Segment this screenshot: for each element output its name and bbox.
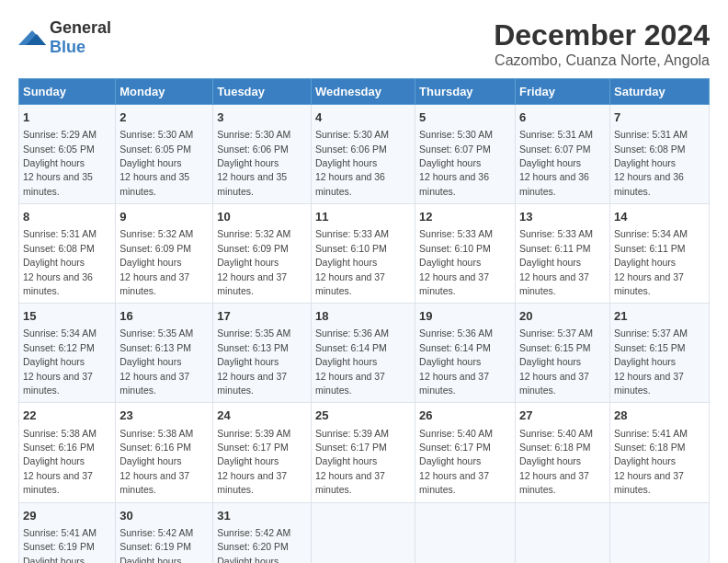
daylight-label: Daylight hours <box>519 257 581 268</box>
daylight-label: Daylight hours <box>614 157 676 168</box>
day-number: 13 <box>519 209 606 225</box>
sunset-info: Sunset: 6:11 PM <box>519 243 591 254</box>
daylight-label: Daylight hours <box>119 556 181 563</box>
calendar-cell: 14Sunrise: 5:34 AMSunset: 6:11 PMDayligh… <box>609 204 709 304</box>
daylight-label: Daylight hours <box>419 257 481 268</box>
calendar-week-row: 1Sunrise: 5:29 AMSunset: 6:05 PMDaylight… <box>19 105 710 204</box>
sunrise-info: Sunrise: 5:37 AM <box>519 327 593 339</box>
daylight-label: Daylight hours <box>23 257 85 268</box>
sunset-info: Sunset: 6:20 PM <box>217 541 289 552</box>
daylight-value: 12 hours and 36 minutes. <box>23 271 93 296</box>
calendar-cell: 3Sunrise: 5:30 AMSunset: 6:06 PMDaylight… <box>213 105 312 204</box>
sunset-info: Sunset: 6:17 PM <box>217 442 289 453</box>
calendar-cell: 29Sunrise: 5:41 AMSunset: 6:19 PMDayligh… <box>19 502 116 563</box>
daylight-value: 12 hours and 37 minutes. <box>119 470 189 495</box>
daylight-label: Daylight hours <box>217 257 279 268</box>
calendar-cell: 23Sunrise: 5:38 AMSunset: 6:16 PMDayligh… <box>116 403 213 502</box>
calendar-cell <box>609 502 709 563</box>
calendar-cell: 26Sunrise: 5:40 AMSunset: 6:17 PMDayligh… <box>415 403 516 502</box>
day-number: 4 <box>315 109 411 126</box>
sunset-info: Sunset: 6:06 PM <box>315 144 387 155</box>
daylight-value: 12 hours and 37 minutes. <box>315 470 385 495</box>
day-number: 27 <box>519 408 606 424</box>
daylight-label: Daylight hours <box>217 157 279 168</box>
sunset-info: Sunset: 6:10 PM <box>315 243 387 254</box>
daylight-value: 12 hours and 37 minutes. <box>217 470 287 495</box>
day-number: 21 <box>614 308 705 325</box>
sunrise-info: Sunrise: 5:41 AM <box>614 428 688 439</box>
sunset-info: Sunset: 6:15 PM <box>519 342 591 353</box>
sunrise-info: Sunrise: 5:33 AM <box>315 228 389 239</box>
daylight-label: Daylight hours <box>23 455 85 466</box>
day-number: 5 <box>419 109 511 126</box>
sunrise-info: Sunrise: 5:35 AM <box>217 327 290 339</box>
daylight-value: 12 hours and 36 minutes. <box>419 171 489 196</box>
daylight-value: 12 hours and 36 minutes. <box>519 171 589 196</box>
calendar-cell: 5Sunrise: 5:30 AMSunset: 6:07 PMDaylight… <box>415 105 516 204</box>
daylight-label: Daylight hours <box>23 157 85 168</box>
sunrise-info: Sunrise: 5:40 AM <box>519 428 593 439</box>
sunset-info: Sunset: 6:14 PM <box>315 342 387 353</box>
daylight-label: Daylight hours <box>23 556 85 563</box>
page-subtitle: Cazombo, Cuanza Norte, Angola <box>494 52 710 69</box>
daylight-value: 12 hours and 36 minutes. <box>315 171 385 196</box>
day-number: 20 <box>519 308 606 325</box>
sunrise-info: Sunrise: 5:42 AM <box>217 527 290 538</box>
calendar-cell: 2Sunrise: 5:30 AMSunset: 6:05 PMDaylight… <box>116 105 213 204</box>
daylight-value: 12 hours and 37 minutes. <box>614 271 684 296</box>
daylight-value: 12 hours and 37 minutes. <box>519 470 589 495</box>
daylight-value: 12 hours and 35 minutes. <box>119 171 189 196</box>
day-number: 22 <box>23 408 111 424</box>
logo-text: General Blue <box>50 18 111 57</box>
day-number: 25 <box>315 408 411 424</box>
day-number: 17 <box>217 308 307 325</box>
calendar-cell <box>415 502 516 563</box>
calendar-cell: 7Sunrise: 5:31 AMSunset: 6:08 PMDaylight… <box>609 105 709 204</box>
sunset-info: Sunset: 6:08 PM <box>23 243 95 254</box>
calendar-table: SundayMondayTuesdayWednesdayThursdayFrid… <box>18 78 710 563</box>
calendar-cell: 28Sunrise: 5:41 AMSunset: 6:18 PMDayligh… <box>609 403 709 502</box>
calendar-cell: 6Sunrise: 5:31 AMSunset: 6:07 PMDaylight… <box>515 105 609 204</box>
sunset-info: Sunset: 6:05 PM <box>119 144 191 155</box>
sunset-info: Sunset: 6:18 PM <box>519 442 591 453</box>
daylight-value: 12 hours and 37 minutes. <box>315 271 385 296</box>
sunset-info: Sunset: 6:17 PM <box>419 442 491 453</box>
sunset-info: Sunset: 6:06 PM <box>217 144 289 155</box>
calendar-cell: 19Sunrise: 5:36 AMSunset: 6:14 PMDayligh… <box>415 304 516 403</box>
sunrise-info: Sunrise: 5:35 AM <box>119 327 193 339</box>
day-number: 7 <box>614 109 705 126</box>
daylight-label: Daylight hours <box>614 455 676 466</box>
header-saturday: Saturday <box>609 79 709 105</box>
header-friday: Friday <box>515 79 609 105</box>
sunset-info: Sunset: 6:09 PM <box>119 243 191 254</box>
daylight-value: 12 hours and 37 minutes. <box>217 271 287 296</box>
sunrise-info: Sunrise: 5:39 AM <box>315 428 389 439</box>
logo-icon <box>18 27 46 49</box>
day-number: 29 <box>23 508 111 524</box>
sunset-info: Sunset: 6:12 PM <box>23 342 95 353</box>
daylight-label: Daylight hours <box>419 455 481 466</box>
title-section: December 2024 Cazombo, Cuanza Norte, Ang… <box>494 18 710 69</box>
daylight-label: Daylight hours <box>315 157 377 168</box>
day-number: 24 <box>217 408 307 424</box>
calendar-cell: 1Sunrise: 5:29 AMSunset: 6:05 PMDaylight… <box>19 105 116 204</box>
day-number: 12 <box>419 209 511 225</box>
day-number: 8 <box>23 209 111 225</box>
sunset-info: Sunset: 6:19 PM <box>23 541 95 552</box>
day-number: 30 <box>119 508 209 524</box>
day-number: 15 <box>23 308 111 325</box>
sunrise-info: Sunrise: 5:36 AM <box>419 327 493 339</box>
sunrise-info: Sunrise: 5:30 AM <box>315 129 389 140</box>
calendar-week-row: 29Sunrise: 5:41 AMSunset: 6:19 PMDayligh… <box>19 502 710 563</box>
header-tuesday: Tuesday <box>213 79 312 105</box>
daylight-label: Daylight hours <box>519 356 581 367</box>
daylight-label: Daylight hours <box>419 356 481 367</box>
logo-blue: Blue <box>50 38 85 56</box>
daylight-label: Daylight hours <box>119 356 181 367</box>
sunrise-info: Sunrise: 5:31 AM <box>614 129 688 140</box>
daylight-label: Daylight hours <box>119 157 181 168</box>
day-number: 10 <box>217 209 307 225</box>
calendar-cell: 21Sunrise: 5:37 AMSunset: 6:15 PMDayligh… <box>609 304 709 403</box>
daylight-value: 12 hours and 37 minutes. <box>614 371 684 396</box>
day-number: 19 <box>419 308 511 325</box>
